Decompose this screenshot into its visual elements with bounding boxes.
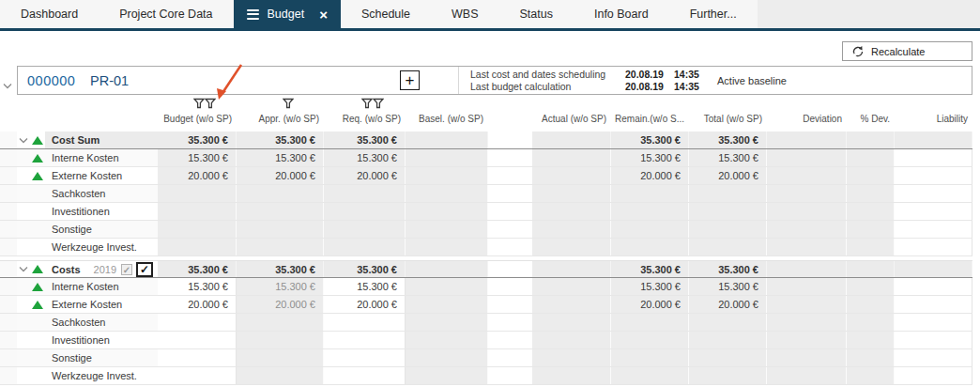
cell-appr[interactable]: 20.000 € [237,296,324,313]
checkbox[interactable]: ✓ [136,262,153,277]
cell-deviation[interactable] [767,296,847,313]
cell-total[interactable] [689,332,767,348]
cell-appr[interactable] [237,367,324,384]
cell-pdev[interactable] [847,349,895,366]
cell-actual[interactable] [532,203,611,220]
cell-pdev[interactable] [847,221,895,238]
cell-basel[interactable] [406,278,488,295]
filter-icon[interactable] [361,96,373,113]
cell-deviation[interactable] [767,203,847,220]
cell-appr[interactable]: 35.300 € [237,132,324,148]
filter-icon[interactable] [193,96,205,113]
project-code[interactable]: 000000 [27,73,75,88]
cell-deviation[interactable] [767,185,847,202]
cell-req[interactable] [324,203,406,220]
cell-req[interactable]: 20.000 € [324,167,406,184]
cell-budget[interactable]: 20.000 € [158,296,237,313]
cell-actual[interactable] [532,278,611,295]
tab-wbs[interactable]: WBS [431,0,498,28]
cell-budget[interactable] [158,239,237,255]
cell-appr[interactable] [237,314,324,331]
cell-remain[interactable]: 20.000 € [611,167,689,184]
cell-liability[interactable] [895,349,972,366]
cell-pdev[interactable] [847,332,895,348]
cell-budget[interactable] [158,185,237,202]
cell-req[interactable]: 15.300 € [324,278,406,295]
cell-basel[interactable] [406,349,488,366]
cell-pdev[interactable] [847,239,895,255]
cell-liability[interactable] [895,314,972,331]
cell-basel[interactable] [406,203,488,220]
column-header-remain[interactable]: Remain.(w/o S... [611,114,689,129]
cell-total[interactable] [689,349,767,366]
tab-project-core-data[interactable]: Project Core Data [99,0,233,28]
cell-deviation[interactable] [767,332,847,348]
cell-total[interactable] [689,314,767,331]
filter-icon[interactable] [373,96,384,113]
cell-pdev[interactable] [847,261,895,277]
column-header-appr[interactable]: Appr. (w/o SP) [237,114,324,129]
cell-liability[interactable] [895,221,972,238]
cell-deviation[interactable] [767,367,847,384]
cell-appr[interactable]: 20.000 € [237,167,324,184]
cell-liability[interactable] [895,239,972,255]
cell-basel[interactable] [406,261,488,277]
cell-basel[interactable] [406,149,488,166]
cell-total[interactable] [689,185,767,202]
cell-actual[interactable] [532,185,611,202]
cell-basel[interactable] [406,367,488,384]
cell-budget[interactable] [158,349,237,366]
cell-remain[interactable] [611,332,689,348]
cell-remain[interactable] [611,185,689,202]
cell-actual[interactable] [532,132,611,148]
cell-pdev[interactable] [847,367,895,384]
project-collapse-chevron-icon[interactable] [3,76,12,93]
cell-remain[interactable]: 35.300 € [611,132,689,148]
cell-deviation[interactable] [767,278,847,295]
cell-appr[interactable]: 35.300 € [237,261,324,277]
cell-deviation[interactable] [767,167,847,184]
cell-budget[interactable] [158,332,237,348]
cell-liability[interactable] [895,149,972,166]
cell-actual[interactable] [532,239,611,255]
cell-actual[interactable] [532,314,611,331]
column-header-actual[interactable]: Actual (w/o SP) [532,114,611,129]
cell-basel[interactable] [406,132,488,148]
chevron-down-icon[interactable] [17,261,29,277]
cell-liability[interactable] [895,278,972,295]
cell-actual[interactable] [532,261,611,277]
filter-icon[interactable] [283,96,294,113]
cell-deviation[interactable] [767,132,847,148]
cell-total[interactable]: 35.300 € [689,132,767,148]
cell-req[interactable]: 15.300 € [324,149,406,166]
cell-total[interactable]: 20.000 € [689,296,767,313]
cell-basel[interactable] [406,296,488,313]
cell-deviation[interactable] [767,314,847,331]
cell-actual[interactable] [532,349,611,366]
cell-liability[interactable] [895,332,972,348]
cell-appr[interactable]: 15.300 € [237,149,324,166]
chevron-down-icon[interactable] [17,132,29,148]
cell-req[interactable] [324,314,406,331]
cell-req[interactable] [324,221,406,238]
cell-total[interactable]: 15.300 € [689,149,767,166]
cell-basel[interactable] [406,221,488,238]
tab-further[interactable]: Further... [669,0,758,28]
cell-budget[interactable]: 15.300 € [158,149,237,166]
cell-remain[interactable]: 20.000 € [611,296,689,313]
cell-deviation[interactable] [767,261,847,277]
cell-total[interactable] [689,239,767,255]
cell-budget[interactable]: 20.000 € [158,167,237,184]
column-header-deviation[interactable]: Deviation [767,114,847,129]
cell-remain[interactable] [611,349,689,366]
cell-remain[interactable] [611,221,689,238]
cell-actual[interactable] [532,367,611,384]
cell-budget[interactable] [158,221,237,238]
cell-req[interactable] [324,239,406,255]
cell-req[interactable]: 35.300 € [324,132,406,148]
cell-pdev[interactable] [847,203,895,220]
cell-actual[interactable] [532,296,611,313]
cell-req[interactable] [324,332,406,348]
cell-actual[interactable] [532,221,611,238]
add-button[interactable]: + [400,70,420,90]
